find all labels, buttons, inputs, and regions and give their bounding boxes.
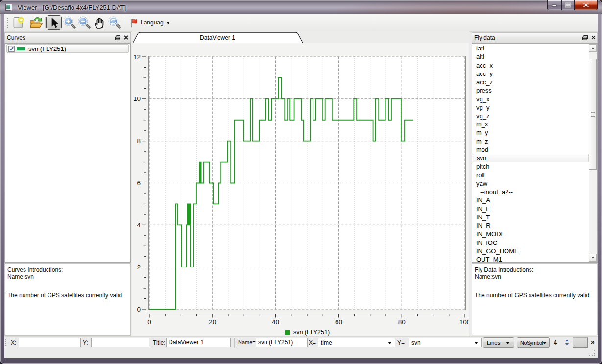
bottom-toolbar-separator bbox=[234, 338, 235, 348]
flydata-item-accz[interactable]: acc_z bbox=[473, 78, 589, 86]
name-input[interactable]: svn (FLY251) bbox=[256, 338, 308, 347]
arrow-down-icon bbox=[591, 257, 595, 259]
new-file-button[interactable] bbox=[11, 15, 25, 30]
flydata-item-ingohome[interactable]: IN_GO_HOME bbox=[473, 247, 589, 255]
float-icon bbox=[115, 35, 120, 40]
flydata-item-svn[interactable]: svn bbox=[473, 154, 589, 162]
toolbar-drag-handle[interactable] bbox=[7, 17, 8, 28]
flydata-dock-float-button[interactable] bbox=[581, 34, 589, 41]
flydata-item-outm1[interactable]: OUT_M1 bbox=[473, 255, 589, 263]
zoom-reset-button[interactable] bbox=[107, 15, 122, 30]
curve-color-swatch bbox=[17, 47, 25, 50]
flydata-item-vgz[interactable]: vg_z bbox=[473, 112, 589, 120]
flydata-item-pitch[interactable]: pitch bbox=[473, 162, 589, 170]
flydata-intro-heading: Fly Data Introductions: bbox=[475, 267, 533, 274]
curves-dock-close-button[interactable] bbox=[122, 34, 130, 41]
spin-down-icon bbox=[565, 343, 569, 345]
flydata-item-mx[interactable]: m_x bbox=[473, 120, 589, 128]
flag-icon bbox=[130, 18, 138, 28]
toolbar-separator bbox=[27, 17, 27, 28]
curves-dock-float-button[interactable] bbox=[114, 34, 121, 41]
new-file-icon bbox=[11, 16, 25, 29]
flydata-item-ina[interactable]: IN_A bbox=[473, 196, 589, 204]
legend-swatch bbox=[285, 330, 290, 335]
flydata-item-inioc[interactable]: IN_IOC bbox=[473, 238, 589, 246]
tab-dataviewer[interactable]: DataViewer 1 bbox=[169, 34, 266, 41]
curve-list-item[interactable]: svn (FLY251) bbox=[6, 44, 129, 53]
maximize-button[interactable] bbox=[561, 0, 575, 10]
flydata-item-press[interactable]: press bbox=[473, 86, 589, 95]
toolbar-separator bbox=[123, 17, 123, 28]
scrollbar-thumb[interactable] bbox=[589, 59, 597, 170]
symbol-combobox[interactable]: NoSymbol bbox=[517, 337, 550, 348]
x-coord-input[interactable] bbox=[19, 338, 81, 347]
svg-text:80: 80 bbox=[398, 318, 406, 326]
language-menu-button[interactable]: Languag bbox=[127, 15, 170, 30]
arrow-up-icon bbox=[591, 47, 595, 49]
flydata-item-alti[interactable]: alti bbox=[473, 52, 589, 61]
curves-intro-panel: Curves Introductions: Name:svn The numbe… bbox=[4, 263, 131, 336]
central-widget: DataViewer 1 024681012020406080100 svn (… bbox=[132, 31, 469, 336]
hand-icon bbox=[93, 16, 106, 29]
y-coord-input[interactable] bbox=[91, 338, 149, 347]
xaxis-combobox[interactable]: time bbox=[318, 338, 395, 347]
color-button[interactable] bbox=[573, 337, 588, 348]
flydata-item-inouta2[interactable]: --inout_a2-- bbox=[473, 188, 589, 196]
flydata-item-accy[interactable]: acc_y bbox=[473, 70, 589, 78]
yaxis-combobox[interactable]: svn bbox=[409, 338, 482, 347]
line-width-value[interactable]: 4 bbox=[554, 339, 557, 346]
flydata-item-yaw[interactable]: yaw bbox=[473, 179, 589, 188]
legend-label[interactable]: svn (FLY251) bbox=[293, 329, 330, 336]
flydata-item-ine[interactable]: IN_E bbox=[473, 204, 589, 213]
flydata-scrollbar[interactable] bbox=[589, 44, 597, 262]
toolbar-extension-button[interactable]: » bbox=[591, 338, 595, 346]
title-bar[interactable]: Viewer - [G:/Desafio 4x4/FLY251.DAT] bbox=[0, 0, 602, 14]
line-width-spinner[interactable] bbox=[563, 338, 571, 347]
chevron-down-icon bbox=[166, 22, 170, 24]
svg-text:100: 100 bbox=[459, 318, 469, 326]
svg-text:60: 60 bbox=[335, 318, 342, 326]
select-tool-button[interactable] bbox=[46, 15, 62, 30]
x-coord-label: X: bbox=[11, 340, 16, 346]
scroll-up-button[interactable] bbox=[589, 44, 597, 52]
zoom-in-button[interactable] bbox=[62, 15, 77, 30]
scroll-down-button[interactable] bbox=[589, 254, 597, 262]
minimize-button[interactable] bbox=[547, 0, 561, 10]
svg-text:0: 0 bbox=[147, 318, 151, 326]
checkbox-checked-icon[interactable] bbox=[8, 46, 15, 52]
flydata-item-mz[interactable]: m_z bbox=[473, 137, 589, 146]
flydata-item-lati[interactable]: lati bbox=[473, 44, 589, 52]
flydata-dock-close-button[interactable] bbox=[590, 34, 597, 41]
yaxis-label: Y= bbox=[397, 340, 405, 346]
size-grip[interactable] bbox=[589, 350, 596, 357]
line-style-value: Lines bbox=[487, 340, 501, 346]
title-input[interactable]: DataViewer 1 bbox=[166, 338, 231, 347]
flydata-dock-titlebar[interactable]: Fly data bbox=[472, 32, 598, 43]
client-area: Languag Curves bbox=[4, 14, 598, 358]
close-button[interactable] bbox=[575, 0, 598, 10]
flydata-item-inmode[interactable]: IN_MODE bbox=[473, 230, 589, 238]
flydata-item-accx[interactable]: acc_x bbox=[473, 61, 589, 69]
flydata-item-int[interactable]: IN_T bbox=[473, 213, 589, 221]
line-style-combobox[interactable]: Lines bbox=[483, 337, 514, 348]
open-file-button[interactable] bbox=[28, 15, 43, 30]
window-title: Viewer - [G:/Desafio 4x4/FLY251.DAT] bbox=[18, 4, 126, 11]
caption-buttons bbox=[547, 0, 598, 10]
xaxis-label: X= bbox=[309, 340, 316, 346]
app-icon bbox=[5, 4, 13, 11]
flydata-item-vgy[interactable]: vg_y bbox=[473, 103, 589, 112]
chart-plot[interactable]: 024681012020406080100 bbox=[132, 43, 469, 336]
flydata-item-my[interactable]: m_y bbox=[473, 128, 589, 137]
curves-dock-titlebar[interactable]: Curves bbox=[4, 32, 131, 43]
bottom-toolbar-handle[interactable] bbox=[5, 339, 6, 347]
flydata-item-roll[interactable]: roll bbox=[473, 171, 589, 179]
flydata-item-vgx[interactable]: vg_x bbox=[473, 95, 589, 103]
zoom-out-button[interactable] bbox=[77, 15, 92, 30]
float-icon bbox=[582, 35, 588, 40]
chevron-down-icon bbox=[388, 342, 392, 344]
symbol-value: NoSymbol bbox=[520, 340, 543, 346]
pan-button[interactable] bbox=[92, 15, 107, 30]
flydata-item-mod[interactable]: mod bbox=[473, 146, 589, 154]
flydata-item-inr[interactable]: IN_R bbox=[473, 221, 589, 230]
bottom-toolbar: X: Y: Title: DataViewer 1 Name= svn (FLY… bbox=[4, 336, 598, 349]
